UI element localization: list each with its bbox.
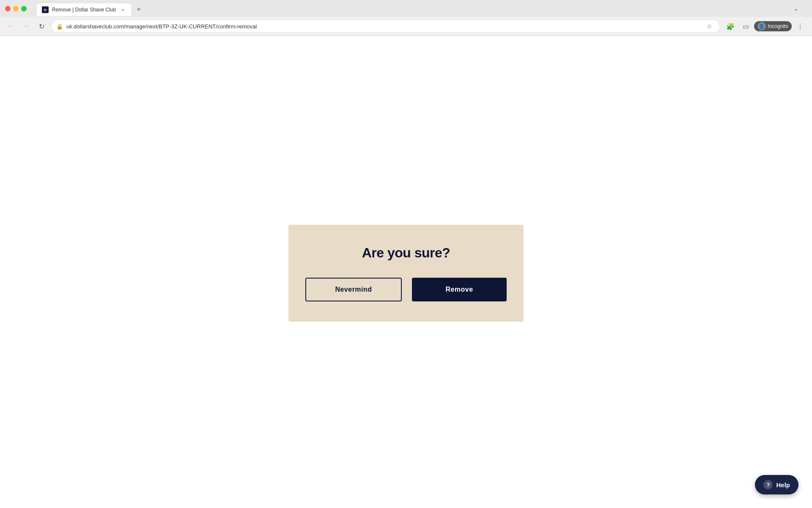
remove-button[interactable]: Remove — [412, 278, 507, 301]
tab-title: Remove | Dollar Shave Club — [52, 7, 116, 13]
extensions-button[interactable]: 🧩 — [724, 19, 737, 33]
bookmark-button[interactable]: ☆ — [704, 21, 715, 32]
lock-icon: 🔒 — [56, 23, 63, 30]
maximize-window-button[interactable] — [21, 6, 27, 11]
help-button[interactable]: ? Help — [755, 475, 798, 494]
tab-close-button[interactable]: × — [119, 6, 126, 13]
sidebar-button[interactable]: ▭ — [739, 19, 752, 33]
url-bar[interactable]: 🔒 uk.dollarshaveclub.com/manage/next/BTP… — [51, 19, 720, 33]
back-button[interactable]: ← — [5, 20, 17, 32]
traffic-lights — [5, 6, 27, 11]
tab-bar: D Remove | Dollar Shave Club × + ⌄ — [33, 1, 807, 16]
nevermind-button[interactable]: Nevermind — [305, 278, 402, 301]
forward-button[interactable]: → — [20, 20, 32, 32]
page-content: Are you sure? Nevermind Remove — [0, 36, 812, 508]
url-text: uk.dollarshaveclub.com/manage/next/BTP-3… — [66, 23, 700, 30]
confirmation-card: Are you sure? Nevermind Remove — [288, 225, 524, 322]
address-bar: ← → ↻ 🔒 uk.dollarshaveclub.com/manage/ne… — [0, 17, 812, 36]
new-tab-button[interactable]: + — [133, 3, 145, 15]
menu-button[interactable]: ⋮ — [793, 19, 807, 33]
browser-chrome: D Remove | Dollar Shave Club × + ⌄ ← → ↻… — [0, 0, 812, 36]
url-actions: ☆ — [704, 21, 715, 32]
incognito-icon: 👤 — [757, 22, 766, 30]
active-tab[interactable]: D Remove | Dollar Shave Club × — [37, 3, 131, 16]
confirmation-title: Are you sure? — [362, 245, 450, 261]
browser-titlebar: D Remove | Dollar Shave Club × + ⌄ — [0, 0, 812, 17]
browser-toolbar-right: 🧩 ▭ 👤 Incognito ⋮ — [724, 19, 807, 33]
minimize-window-button[interactable] — [13, 6, 19, 11]
tab-favicon: D — [42, 6, 49, 13]
help-icon: ? — [763, 480, 773, 489]
tab-list-button[interactable]: ⌄ — [790, 3, 807, 14]
incognito-label: Incognito — [768, 23, 788, 29]
incognito-badge[interactable]: 👤 Incognito — [754, 21, 792, 31]
reload-button[interactable]: ↻ — [36, 20, 47, 32]
help-label: Help — [776, 481, 790, 489]
button-group: Nevermind Remove — [305, 278, 507, 301]
close-window-button[interactable] — [5, 6, 11, 11]
